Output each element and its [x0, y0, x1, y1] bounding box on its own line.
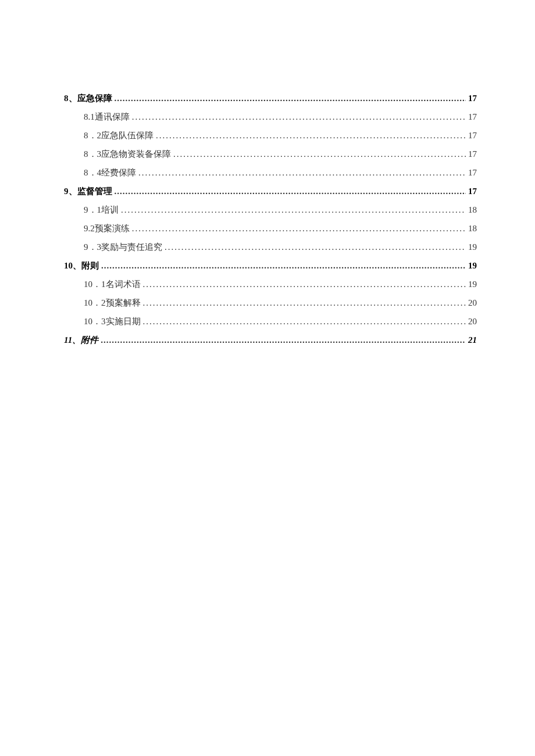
toc-leader-dots — [132, 224, 466, 234]
toc-entry-section-10-2[interactable]: 10．2预案解释 20 — [64, 298, 477, 309]
toc-page-number: 17 — [468, 149, 477, 159]
toc-entry-section-10[interactable]: 10、附则 19 — [64, 260, 477, 271]
toc-page-number: 20 — [468, 317, 477, 327]
toc-entry-section-8-1[interactable]: 8.1通讯保障 17 — [64, 112, 477, 123]
toc-label: 9．3奖励与责任追究 — [84, 242, 162, 253]
toc-leader-dots — [143, 298, 466, 308]
toc-label: 11、附件 — [64, 335, 98, 346]
toc-entry-section-8-3[interactable]: 8．3应急物资装备保障 17 — [64, 149, 477, 160]
toc-page-number: 17 — [468, 131, 477, 141]
toc-leader-dots — [156, 131, 466, 141]
toc-leader-dots — [165, 242, 466, 252]
toc-leader-dots — [143, 317, 466, 327]
toc-leader-dots — [115, 94, 466, 103]
toc-leader-dots — [115, 187, 466, 196]
toc-entry-section-8-4[interactable]: 8．4经费保障 17 — [64, 167, 477, 178]
toc-leader-dots — [173, 149, 466, 159]
toc-label: 9．1培训 — [84, 205, 119, 216]
toc-page-number: 17 — [468, 112, 477, 122]
toc-leader-dots — [101, 261, 466, 271]
toc-page-number: 21 — [468, 335, 477, 345]
toc-page-number: 17 — [468, 187, 477, 196]
toc-entry-section-9-1[interactable]: 9．1培训 18 — [64, 205, 477, 216]
toc-entry-section-8[interactable]: 8、应急保障 17 — [64, 93, 477, 104]
toc-label: 8．2应急队伍保障 — [84, 130, 154, 141]
toc-entry-section-9-2[interactable]: 9.2预案演练 18 — [64, 223, 477, 234]
toc-label: 10．2预案解释 — [84, 298, 141, 309]
toc-entry-section-10-1[interactable]: 10．1名词术语 19 — [64, 279, 477, 290]
toc-label: 10．3实施日期 — [84, 316, 141, 327]
toc-entry-section-9-3[interactable]: 9．3奖励与责任追究 19 — [64, 242, 477, 253]
toc-label: 8、应急保障 — [64, 93, 112, 104]
toc-label: 10、附则 — [64, 260, 99, 271]
toc-page-number: 18 — [468, 205, 477, 215]
toc-leader-dots — [138, 168, 466, 178]
toc-label: 8.1通讯保障 — [84, 112, 130, 123]
toc-page-number: 20 — [468, 298, 477, 308]
toc-entry-section-8-2[interactable]: 8．2应急队伍保障 17 — [64, 130, 477, 141]
toc-page-number: 19 — [468, 261, 477, 271]
toc-entry-section-9[interactable]: 9、监督管理 17 — [64, 186, 477, 197]
toc-label: 9.2预案演练 — [84, 223, 130, 234]
toc-label: 10．1名词术语 — [84, 279, 141, 290]
toc-entry-section-11[interactable]: 11、附件 21 — [64, 335, 477, 346]
toc-label: 9、监督管理 — [64, 186, 112, 197]
toc-page-number: 17 — [468, 168, 477, 178]
toc-page-number: 18 — [468, 224, 477, 234]
toc-page-number: 19 — [468, 280, 477, 289]
toc-leader-dots — [132, 112, 466, 122]
toc-leader-dots — [101, 335, 466, 345]
toc-leader-dots — [143, 280, 466, 289]
toc-label: 8．4经费保障 — [84, 167, 136, 178]
toc-page-number: 17 — [468, 94, 477, 103]
toc-page-number: 19 — [468, 242, 477, 252]
table-of-contents: 8、应急保障 17 8.1通讯保障 17 8．2应急队伍保障 17 8．3应急物… — [64, 93, 477, 346]
toc-leader-dots — [121, 205, 466, 215]
toc-entry-section-10-3[interactable]: 10．3实施日期 20 — [64, 316, 477, 327]
toc-label: 8．3应急物资装备保障 — [84, 149, 171, 160]
